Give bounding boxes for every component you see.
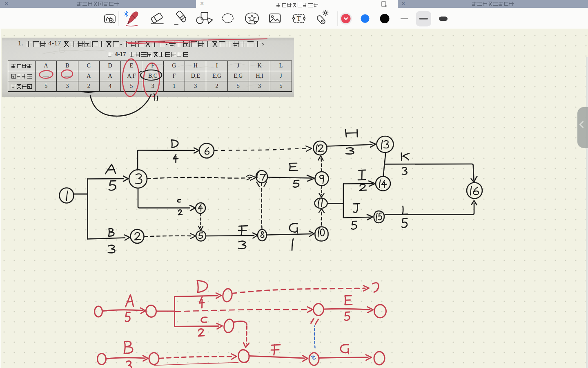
svg-text:T: T <box>297 15 301 22</box>
